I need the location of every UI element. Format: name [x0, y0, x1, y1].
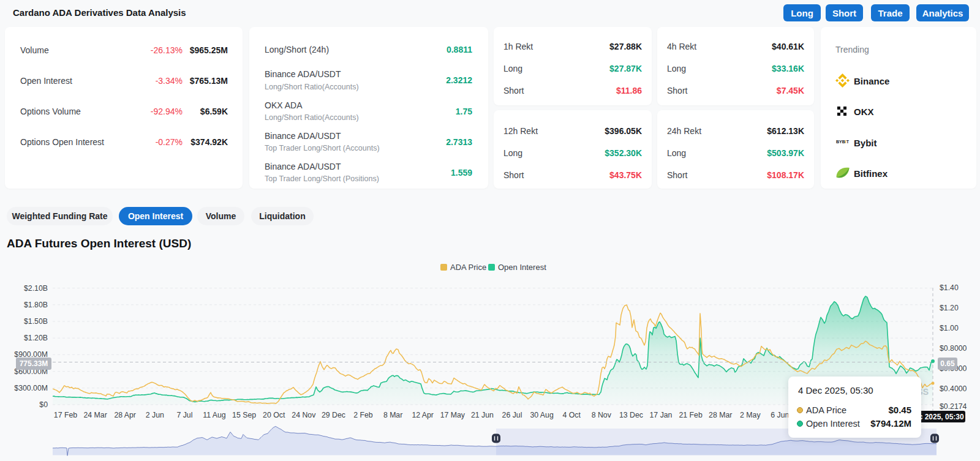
svg-text:Open Interest: Open Interest — [498, 263, 546, 272]
svg-text:4 Oct: 4 Oct — [563, 411, 581, 419]
svg-text:$0.2174: $0.2174 — [940, 402, 967, 411]
svg-text:$1.50B: $1.50B — [24, 317, 48, 326]
svg-text:$1.00: $1.00 — [940, 324, 959, 332]
svg-text:24 Mar: 24 Mar — [83, 411, 107, 419]
svg-text:11 Aug: 11 Aug — [203, 411, 226, 419]
svg-text:17 Feb: 17 Feb — [54, 411, 77, 419]
svg-text:26 Jul: 26 Jul — [502, 411, 522, 419]
svg-text:7 Jul: 7 Jul — [176, 411, 192, 419]
svg-text:$0.8000: $0.8000 — [940, 344, 967, 353]
svg-text:$300.00M: $300.00M — [14, 384, 48, 392]
svg-text:17 May: 17 May — [440, 411, 466, 419]
svg-text:21 Jun: 21 Jun — [471, 411, 494, 419]
svg-text:24 Nov: 24 Nov — [292, 411, 316, 419]
svg-text:8 Nov: 8 Nov — [592, 411, 612, 419]
svg-text:28 Apr: 28 Apr — [114, 411, 136, 419]
svg-text:$1.80B: $1.80B — [24, 301, 48, 309]
svg-text:13 Dec: 13 Dec — [619, 411, 643, 419]
svg-text:30 Aug: 30 Aug — [530, 411, 553, 419]
svg-text:$1.40: $1.40 — [940, 283, 959, 292]
svg-text:15 Sep: 15 Sep — [232, 411, 256, 419]
svg-text:$0.4000: $0.4000 — [940, 384, 967, 393]
svg-text:2 May: 2 May — [740, 411, 761, 419]
svg-text:17 Jan: 17 Jan — [650, 411, 673, 419]
svg-text:$2.10B: $2.10B — [24, 284, 48, 293]
svg-text:29 Dec: 29 Dec — [322, 411, 345, 419]
svg-text:8 Mar: 8 Mar — [383, 411, 402, 419]
svg-text:12 Apr: 12 Apr — [412, 411, 434, 419]
svg-text:$1.20: $1.20 — [940, 304, 959, 312]
svg-text:2 Feb: 2 Feb — [353, 411, 373, 419]
svg-text:ADA Price: ADA Price — [450, 263, 486, 272]
svg-text:21 Feb: 21 Feb — [679, 411, 702, 419]
svg-text:28 Mar: 28 Mar — [709, 411, 732, 419]
svg-text:20 Oct: 20 Oct — [263, 411, 285, 419]
svg-text:$1.20B: $1.20B — [24, 334, 48, 342]
svg-text:6 Jun: 6 Jun — [771, 411, 789, 419]
svg-text:2 Jun: 2 Jun — [146, 411, 164, 419]
svg-text:$0: $0 — [39, 400, 48, 409]
